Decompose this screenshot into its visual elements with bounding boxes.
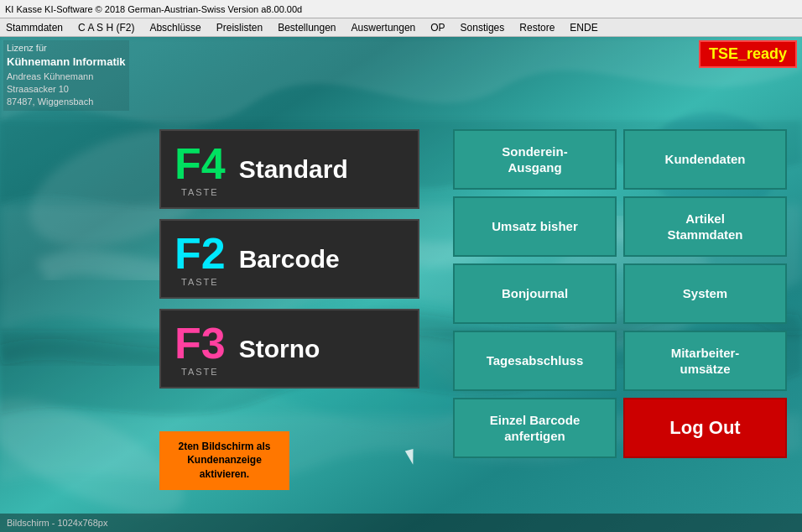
- f3-button-label: Storno: [239, 335, 320, 363]
- left-buttons: F4 TASTE Standard F2 TASTE Barcode F3 TA…: [159, 129, 419, 389]
- system-button[interactable]: System: [623, 263, 787, 324]
- f3-key-block: F3 TASTE: [174, 321, 226, 377]
- lizenz-panel: Lizenz für Kühnemann Informatik Andreas …: [3, 40, 129, 111]
- menu-auswertungen[interactable]: Auswertungen: [349, 21, 419, 34]
- f2-button-label: Barcode: [239, 245, 340, 274]
- mitarbeiter-umsatze-button[interactable]: Mitarbeiter-umsätze: [623, 331, 787, 391]
- bildschirm-label: 2ten Bildschirm als Kundenanzeige aktivi…: [178, 441, 270, 481]
- tagesabschluss-button[interactable]: Tagesabschluss: [453, 331, 617, 391]
- f3-key-letter: F3: [174, 321, 226, 365]
- f3-taste-label: TASTE: [181, 367, 219, 377]
- tse-label: TSE_ready: [709, 45, 787, 62]
- street: Straasacker 10: [7, 83, 126, 96]
- title-bar: KI Kasse KI-Software © 2018 German-Austr…: [0, 0, 802, 18]
- menu-op[interactable]: OP: [428, 21, 447, 34]
- menu-sonstiges[interactable]: Sonstiges: [458, 21, 508, 34]
- city: 87487, Wiggensbach: [7, 96, 126, 108]
- f2-taste-label: TASTE: [181, 277, 219, 287]
- menu-bestellungen[interactable]: Bestellungen: [275, 21, 338, 34]
- f4-key-letter: F4: [174, 142, 226, 185]
- artikel-stammdaten-button[interactable]: ArtikelStammdaten: [623, 196, 787, 257]
- f4-button-label: Standard: [239, 155, 348, 184]
- umsatz-bisher-button[interactable]: Umsatz bisher: [453, 196, 617, 257]
- status-text: Bildschirm - 1024x768px: [7, 518, 107, 528]
- f3-storno-button[interactable]: F3 TASTE Storno: [159, 309, 419, 389]
- menu-bar: Stammdaten C A S H (F2) Abschlüsse Preis…: [0, 18, 802, 37]
- cursor-indicator: [405, 449, 417, 466]
- f2-barcode-button[interactable]: F2 TASTE Barcode: [159, 219, 419, 299]
- menu-cash[interactable]: C A S H (F2): [76, 21, 137, 34]
- kundendaten-button[interactable]: Kundendaten: [623, 129, 787, 190]
- f4-taste-label: TASTE: [181, 187, 219, 197]
- menu-restore[interactable]: Restore: [517, 21, 557, 34]
- right-buttons: Sonderein-Ausgang Kundendaten Umsatz bis…: [453, 129, 787, 458]
- logout-button[interactable]: Log Out: [623, 398, 787, 458]
- bonjournal-button[interactable]: Bonjournal: [453, 263, 617, 324]
- f2-key-block: F2 TASTE: [174, 232, 226, 287]
- f4-key-block: F4 TASTE: [174, 142, 226, 197]
- menu-ende[interactable]: ENDE: [567, 21, 600, 34]
- person-name: Andreas Kühnemann: [7, 70, 126, 83]
- menu-preislisten[interactable]: Preislisten: [214, 21, 265, 34]
- title-text: KI Kasse KI-Software © 2018 German-Austr…: [5, 4, 302, 14]
- main-area: Lizenz für Kühnemann Informatik Andreas …: [0, 37, 802, 532]
- company-name: Kühnemann Informatik: [7, 55, 126, 70]
- tse-badge: TSE_ready: [699, 40, 797, 68]
- lizenz-label: Lizenz für: [7, 42, 126, 55]
- f4-standard-button[interactable]: F4 TASTE Standard: [159, 129, 419, 209]
- f2-key-letter: F2: [174, 232, 226, 275]
- sonderein-ausgang-button[interactable]: Sonderein-Ausgang: [453, 129, 617, 190]
- einzel-barcode-button[interactable]: Einzel Barcodeanfertigen: [453, 398, 617, 458]
- menu-abschlusse[interactable]: Abschlüsse: [147, 21, 203, 34]
- bildschirm-button[interactable]: 2ten Bildschirm als Kundenanzeige aktivi…: [159, 431, 289, 490]
- menu-stammdaten[interactable]: Stammdaten: [3, 21, 65, 34]
- status-bar: Bildschirm - 1024x768px: [0, 514, 802, 532]
